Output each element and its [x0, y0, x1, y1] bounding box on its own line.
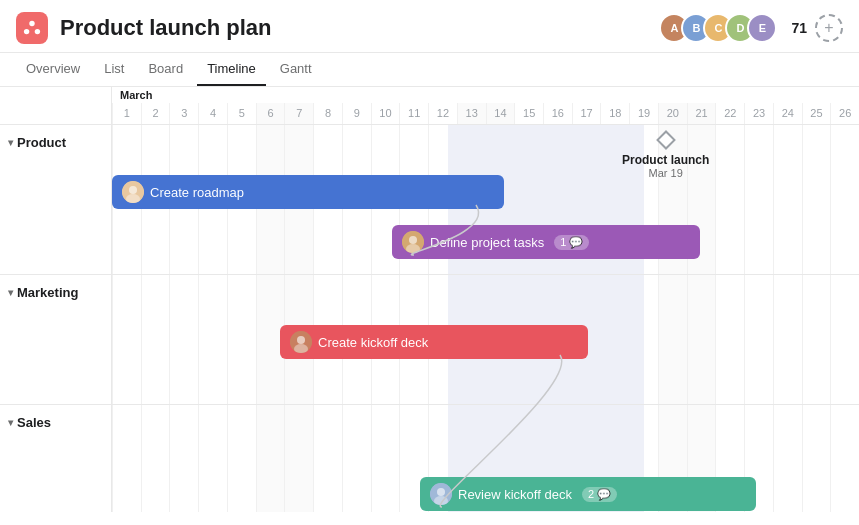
day-cell: 1 [112, 103, 141, 124]
timeline-body: Create roadmap Define project tasks1 💬Pr… [112, 125, 859, 512]
day-cell: 7 [284, 103, 313, 124]
day-cell: 11 [399, 103, 428, 124]
day-cell: 26 [830, 103, 859, 124]
task-bar-define-project-tasks[interactable]: Define project tasks1 💬 [392, 225, 700, 259]
milestone-date: Mar 19 [649, 167, 683, 179]
tab-overview[interactable]: Overview [16, 53, 90, 86]
day-cell: 24 [773, 103, 802, 124]
nav-tabs: Overview List Board Timeline Gantt [0, 53, 859, 87]
sidebar-item-product[interactable]: ▾ Product [0, 125, 111, 275]
svg-point-2 [35, 29, 40, 34]
milestone-diamond [656, 130, 676, 150]
avatar-count: 71 [791, 20, 807, 36]
section-label-header [0, 87, 111, 125]
day-cell: 23 [744, 103, 773, 124]
task-bar-create-kickoff-deck[interactable]: Create kickoff deck [280, 325, 588, 359]
svg-point-1 [24, 29, 29, 34]
month-row: March [112, 87, 859, 103]
sidebar-item-marketing[interactable]: ▾ Marketing [0, 275, 111, 405]
task-bar-review-kickoff-deck[interactable]: Review kickoff deck2 💬 [420, 477, 756, 511]
task-avatar [122, 181, 144, 203]
day-cell: 19 [629, 103, 658, 124]
day-cell: 22 [715, 103, 744, 124]
marketing-label: Marketing [17, 285, 78, 300]
day-cell: 25 [802, 103, 831, 124]
milestone: Product launchMar 19 [622, 133, 709, 179]
day-cell: 14 [486, 103, 515, 124]
chevron-icon: ▾ [8, 417, 13, 428]
day-cell: 20 [658, 103, 687, 124]
task-comment-count[interactable]: 2 💬 [582, 487, 617, 502]
svg-point-10 [297, 336, 305, 344]
svg-point-7 [409, 236, 417, 244]
header-right: A B C D E 71 + [659, 13, 843, 43]
day-cell: 5 [227, 103, 256, 124]
day-cell: 13 [457, 103, 486, 124]
header-left: Product launch plan [16, 12, 271, 44]
tab-list[interactable]: List [94, 53, 134, 86]
timeline-section-marketing: Create kickoff deck [112, 275, 859, 405]
timeline-wrapper: ▾ Product ▾ Marketing ▾ Sales March 1234… [0, 87, 859, 512]
task-comment-count[interactable]: 1 💬 [554, 235, 589, 250]
milestone-label: Product launch [622, 153, 709, 167]
tab-gantt[interactable]: Gantt [270, 53, 322, 86]
timeline-section-sales: Review kickoff deck2 💬 [112, 405, 859, 512]
task-avatar [430, 483, 452, 505]
day-cell: 16 [543, 103, 572, 124]
day-cell: 4 [198, 103, 227, 124]
app-icon [16, 12, 48, 44]
day-cell: 6 [256, 103, 285, 124]
task-label: Create kickoff deck [318, 335, 428, 350]
section-labels: ▾ Product ▾ Marketing ▾ Sales [0, 87, 112, 512]
task-avatar [402, 231, 424, 253]
chevron-icon: ▾ [8, 137, 13, 148]
day-cell: 2 [141, 103, 170, 124]
chevron-icon: ▾ [8, 287, 13, 298]
avatar-group: A B C D E [659, 13, 777, 43]
svg-point-13 [437, 488, 445, 496]
tab-timeline[interactable]: Timeline [197, 53, 266, 86]
task-label: Create roadmap [150, 185, 244, 200]
day-cell: 15 [514, 103, 543, 124]
timeline-grid: March 1234567891011121314151617181920212… [112, 87, 859, 512]
day-cell: 12 [428, 103, 457, 124]
day-cell: 9 [342, 103, 371, 124]
month-label: March [120, 89, 152, 101]
sidebar-item-sales[interactable]: ▾ Sales [0, 405, 111, 512]
avatar: E [747, 13, 777, 43]
task-label: Define project tasks [430, 235, 544, 250]
timeline-section-product: Create roadmap Define project tasks1 💬Pr… [112, 125, 859, 275]
day-cell: 3 [169, 103, 198, 124]
day-cell: 10 [371, 103, 400, 124]
task-bar-create-roadmap[interactable]: Create roadmap [112, 175, 504, 209]
task-label: Review kickoff deck [458, 487, 572, 502]
project-title: Product launch plan [60, 15, 271, 41]
product-label: Product [17, 135, 66, 150]
header: Product launch plan A B C D E 71 + [0, 0, 859, 53]
tab-board[interactable]: Board [138, 53, 193, 86]
task-avatar [290, 331, 312, 353]
timeline-header: March 1234567891011121314151617181920212… [112, 87, 859, 125]
days-row: 1234567891011121314151617181920212223242… [112, 103, 859, 124]
day-cell: 8 [313, 103, 342, 124]
day-cell: 17 [572, 103, 601, 124]
day-cell: 21 [687, 103, 716, 124]
svg-point-0 [29, 21, 34, 26]
day-cell: 18 [600, 103, 629, 124]
add-member-button[interactable]: + [815, 14, 843, 42]
sales-label: Sales [17, 415, 51, 430]
svg-point-4 [129, 186, 137, 194]
